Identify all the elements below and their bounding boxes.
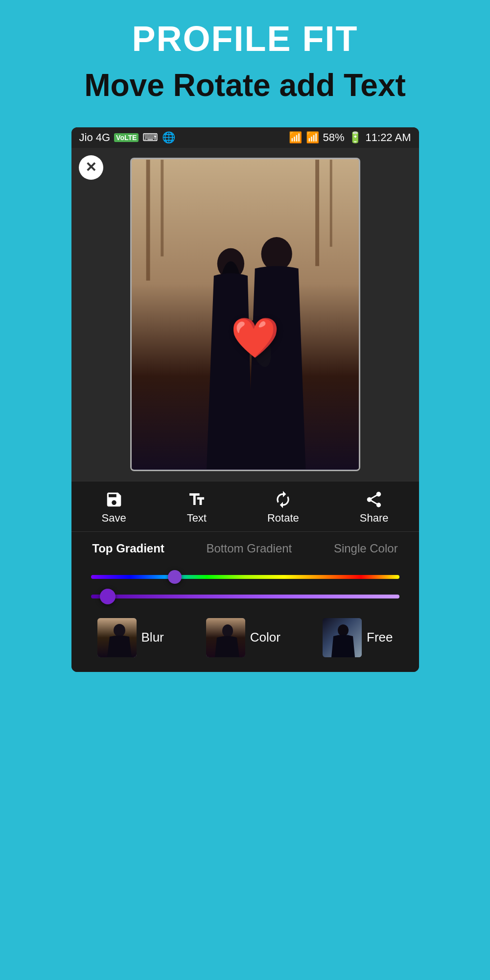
color-option[interactable]: Color bbox=[206, 618, 280, 657]
share-button[interactable]: Share bbox=[360, 490, 389, 525]
text-button[interactable]: Text bbox=[187, 490, 207, 525]
heart-emoji: ❤️ bbox=[231, 315, 280, 361]
free-thumbnail bbox=[323, 618, 362, 657]
signal-icon: 📶 bbox=[306, 131, 319, 144]
battery-text: 58% bbox=[323, 131, 345, 144]
photo-frame: ❤️ bbox=[130, 158, 360, 471]
svg-rect-7 bbox=[329, 160, 332, 247]
header-section: PROFILE FIT Move Rotate add Text bbox=[0, 0, 490, 113]
share-label: Share bbox=[360, 512, 389, 525]
color-slider-track[interactable] bbox=[91, 575, 399, 579]
rotate-label: Rotate bbox=[267, 512, 299, 525]
time-text: 11:22 AM bbox=[366, 131, 411, 144]
svg-point-17 bbox=[338, 624, 349, 636]
battery-icon: 🔋 bbox=[349, 131, 362, 144]
blur-thumbnail bbox=[97, 618, 137, 657]
purple-slider-thumb[interactable] bbox=[100, 589, 116, 604]
svg-rect-4 bbox=[146, 160, 150, 281]
blur-label: Blur bbox=[141, 630, 164, 645]
sliders-area bbox=[71, 565, 419, 608]
color-slider-thumb[interactable] bbox=[168, 570, 182, 584]
share-icon bbox=[365, 490, 383, 509]
image-area: ✕ bbox=[71, 148, 419, 481]
free-label: Free bbox=[367, 630, 393, 645]
status-left: Jio 4G VoLTE ⌨ 🌐 bbox=[79, 131, 176, 144]
couple-photo: ❤️ bbox=[132, 159, 359, 470]
tab-bottom-gradient[interactable]: Bottom Gradient bbox=[201, 539, 298, 558]
save-label: Save bbox=[101, 512, 126, 525]
close-button[interactable]: ✕ bbox=[79, 155, 103, 180]
toolbar: Save Text Rotate Share bbox=[71, 481, 419, 531]
gradient-tabs: Top Gradient Bottom Gradient Single Colo… bbox=[71, 531, 419, 565]
globe-icon: 🌐 bbox=[162, 131, 175, 144]
free-option[interactable]: Free bbox=[323, 618, 393, 657]
rotate-icon bbox=[274, 490, 292, 509]
blur-option[interactable]: Blur bbox=[97, 618, 164, 657]
rotate-button[interactable]: Rotate bbox=[267, 490, 299, 525]
color-thumbnail bbox=[206, 618, 245, 657]
text-label: Text bbox=[187, 512, 207, 525]
wifi-icon: 📶 bbox=[289, 131, 302, 144]
svg-rect-6 bbox=[315, 160, 319, 266]
tab-single-color[interactable]: Single Color bbox=[328, 539, 404, 558]
color-label: Color bbox=[250, 630, 280, 645]
subtitle: Move Rotate add Text bbox=[10, 68, 480, 102]
couple-svg bbox=[132, 159, 359, 470]
app-title: PROFILE FIT bbox=[10, 20, 480, 58]
volte-badge: VoLTE bbox=[114, 133, 139, 142]
phone-mockup: Jio 4G VoLTE ⌨ 🌐 📶 📶 58% 🔋 11:22 AM ✕ bbox=[71, 127, 419, 672]
usb-icon: ⌨ bbox=[142, 131, 158, 144]
save-button[interactable]: Save bbox=[101, 490, 126, 525]
svg-point-15 bbox=[222, 624, 233, 637]
text-icon bbox=[187, 490, 206, 509]
svg-rect-5 bbox=[161, 160, 163, 256]
svg-point-8 bbox=[261, 237, 292, 271]
purple-slider-track[interactable] bbox=[91, 595, 399, 598]
status-bar: Jio 4G VoLTE ⌨ 🌐 📶 📶 58% 🔋 11:22 AM bbox=[71, 127, 419, 148]
carrier-text: Jio 4G bbox=[79, 131, 111, 144]
save-icon bbox=[105, 490, 123, 509]
bottom-thumbnails: Blur Color bbox=[71, 608, 419, 672]
svg-point-13 bbox=[114, 624, 125, 637]
tab-top-gradient[interactable]: Top Gradient bbox=[86, 539, 170, 558]
status-right: 📶 📶 58% 🔋 11:22 AM bbox=[289, 131, 411, 144]
